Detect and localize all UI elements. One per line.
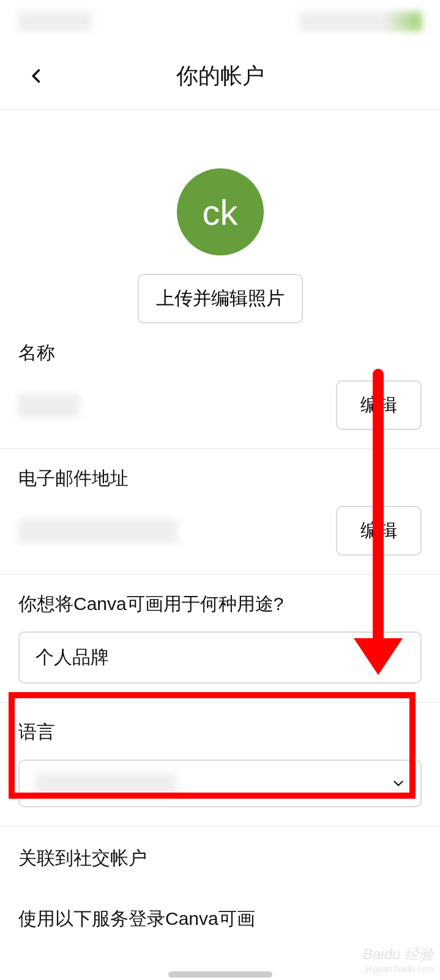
usage-value: 个人品牌 — [35, 645, 109, 670]
language-select[interactable] — [18, 760, 422, 807]
chevron-left-icon — [28, 67, 45, 85]
home-indicator — [168, 971, 272, 978]
usage-label: 你想将Canva可画用于何种用途? — [18, 592, 422, 617]
email-section: 电子邮件地址 编辑 — [0, 449, 440, 575]
email-value — [18, 519, 177, 543]
avatar[interactable]: ck — [177, 168, 264, 255]
page-title: 你的帐户 — [0, 61, 440, 91]
edit-name-button[interactable]: 编辑 — [336, 380, 422, 430]
avatar-section: ck 上传并编辑照片 — [0, 168, 440, 323]
usage-section: 你想将Canva可画用于何种用途? 个人品牌 — [0, 575, 440, 703]
language-section: 语言 — [0, 703, 440, 826]
upload-photo-button[interactable]: 上传并编辑照片 — [138, 274, 303, 323]
login-services-label: 使用以下服务登录Canva可画 — [0, 887, 440, 932]
name-value — [18, 393, 80, 418]
name-section: 名称 编辑 — [0, 323, 440, 449]
status-right — [299, 12, 422, 31]
edit-email-button[interactable]: 编辑 — [336, 506, 422, 556]
email-label: 电子邮件地址 — [18, 466, 422, 491]
chevron-down-icon — [392, 777, 405, 790]
back-button[interactable] — [24, 64, 49, 88]
watermark: Baidu 经验 jingyan.baidu.com — [363, 944, 434, 974]
status-bar — [0, 0, 440, 43]
watermark-url: jingyan.baidu.com — [363, 964, 434, 974]
name-label: 名称 — [18, 341, 422, 366]
watermark-brand: Baidu 经验 — [363, 946, 434, 962]
social-accounts-label: 关联到社交帐户 — [0, 826, 440, 871]
language-value — [35, 773, 176, 794]
usage-select[interactable]: 个人品牌 — [18, 631, 422, 684]
status-left — [18, 12, 92, 31]
nav-bar: 你的帐户 — [0, 43, 440, 110]
language-label: 语言 — [18, 720, 422, 745]
